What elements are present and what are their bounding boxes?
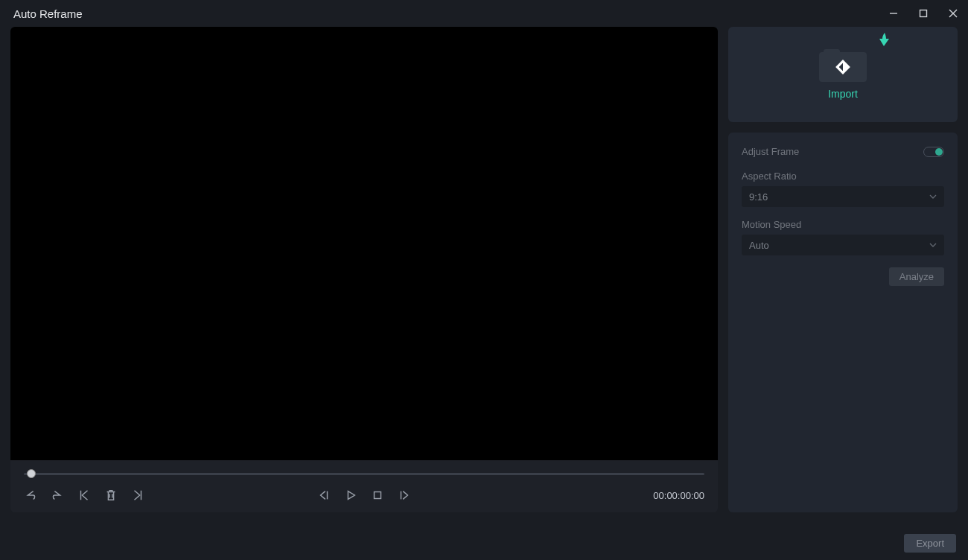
export-button[interactable]: Export <box>904 534 956 553</box>
preview-panel: 00:00:00:00 <box>10 27 718 512</box>
chevron-down-icon <box>929 241 937 249</box>
stop-button[interactable] <box>371 489 384 502</box>
motion-speed-label: Motion Speed <box>742 219 944 230</box>
play-button[interactable] <box>344 489 357 502</box>
trash-icon <box>104 489 118 502</box>
side-panel: Import Adjust Frame Aspect Ratio 9:16 Mo… <box>728 27 958 512</box>
window-buttons <box>879 0 968 27</box>
play-icon <box>344 489 357 502</box>
player-controls: 00:00:00:00 <box>10 460 718 512</box>
maximize-icon <box>919 9 928 18</box>
scrubber-track <box>24 473 704 475</box>
video-preview <box>10 27 718 460</box>
svg-marker-9 <box>348 491 354 500</box>
settings-card: Adjust Frame Aspect Ratio 9:16 Motion Sp… <box>728 133 958 512</box>
folder-icon <box>819 49 867 82</box>
delete-button[interactable] <box>104 489 118 502</box>
window-title: Auto Reframe <box>13 7 83 20</box>
aspect-ratio-value: 9:16 <box>749 191 768 203</box>
chevron-down-icon <box>929 193 937 200</box>
import-card[interactable]: Import <box>728 27 958 122</box>
frame-back-button[interactable] <box>317 489 331 502</box>
svg-rect-1 <box>920 10 927 17</box>
toggle-knob <box>935 148 943 156</box>
skip-end-button[interactable] <box>131 489 144 502</box>
aspect-ratio-select[interactable]: 9:16 <box>742 186 944 207</box>
scrubber-handle[interactable] <box>27 469 36 478</box>
adjust-frame-toggle[interactable] <box>923 147 944 157</box>
import-label: Import <box>828 88 858 100</box>
close-icon <box>949 9 958 18</box>
scrubber[interactable] <box>24 469 704 478</box>
motion-speed-value: Auto <box>749 240 769 251</box>
frame-back-icon <box>317 489 331 502</box>
frame-forward-button[interactable] <box>398 489 411 502</box>
redo-button[interactable] <box>51 489 64 502</box>
redo-icon <box>51 489 64 502</box>
motion-speed-select[interactable]: Auto <box>742 235 944 255</box>
timecode: 00:00:00:00 <box>653 490 704 501</box>
analyze-button[interactable]: Analyze <box>889 267 944 286</box>
skip-start-icon <box>77 489 91 502</box>
footer-bar: Export <box>0 526 968 560</box>
undo-icon <box>24 489 37 502</box>
frame-forward-icon <box>398 489 411 502</box>
maximize-button[interactable] <box>908 0 938 27</box>
stop-icon <box>371 489 384 502</box>
svg-rect-10 <box>375 492 381 499</box>
skip-start-button[interactable] <box>77 489 91 502</box>
download-arrow-icon <box>876 31 894 52</box>
minimize-button[interactable] <box>879 0 908 27</box>
aspect-ratio-label: Aspect Ratio <box>742 171 944 182</box>
undo-button[interactable] <box>24 489 37 502</box>
minimize-icon <box>889 9 898 18</box>
close-button[interactable] <box>938 0 968 27</box>
adjust-frame-label: Adjust Frame <box>742 146 799 157</box>
skip-end-icon <box>131 489 144 502</box>
titlebar: Auto Reframe <box>0 0 968 27</box>
